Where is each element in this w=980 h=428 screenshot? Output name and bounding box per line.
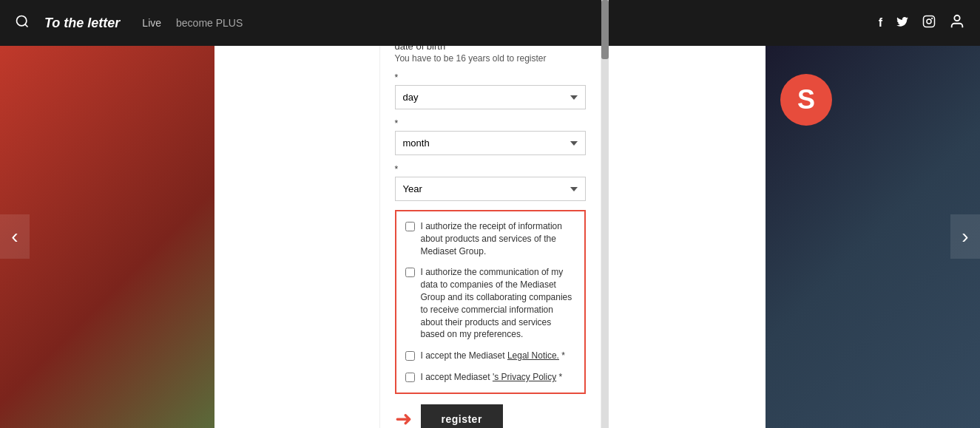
site-header: To the letter Live become PLUS f — [0, 0, 980, 46]
consent3-label: I accept the Mediaset Legal Notice. * — [421, 350, 565, 362]
user-icon[interactable] — [949, 13, 965, 33]
year-required: * — [395, 164, 586, 174]
instagram-icon[interactable] — [922, 15, 936, 32]
consent-item-1: I authorize the receipt of information a… — [405, 220, 575, 257]
month-field: * month JanuaryFebruaryMarch AprilMayJun… — [395, 118, 586, 155]
consent-item-4: I accept Mediaset 's Privacy Policy * — [405, 371, 575, 384]
consent1-label: I authorize the receipt of information a… — [421, 220, 575, 257]
background-left — [0, 46, 214, 428]
arrow-right-icon: ➜ — [395, 407, 412, 428]
dob-sublabel: You have to be 16 years old to register — [395, 53, 586, 64]
svg-point-3 — [927, 19, 931, 24]
nav-plus[interactable]: become PLUS — [176, 17, 243, 29]
svg-point-5 — [954, 15, 959, 20]
consent1-checkbox[interactable] — [405, 222, 415, 231]
register-wrap: ➜ register — [395, 404, 586, 428]
consent2-label: I authorize the communication of my data… — [421, 266, 575, 341]
s-badge: S — [780, 74, 832, 126]
header-right: f — [879, 13, 965, 33]
main-nav: Live become PLUS — [142, 17, 243, 29]
year-field: * Year 200720062005 200019951990 1985198… — [395, 164, 586, 201]
register-button[interactable]: register — [421, 404, 503, 428]
day-field: * day 1234 5678 9101112 13141516 1718192… — [395, 72, 586, 109]
scrollbar-thumb[interactable] — [601, 0, 609, 59]
legal-notice-link[interactable]: Legal Notice. — [507, 350, 559, 361]
svg-point-0 — [17, 16, 27, 25]
prev-arrow[interactable]: ‹ — [0, 214, 30, 259]
consent4-label: I accept Mediaset 's Privacy Policy * — [421, 371, 563, 384]
consent-item-2: I authorize the communication of my data… — [405, 266, 575, 341]
svg-line-1 — [25, 24, 28, 27]
year-select[interactable]: Year 200720062005 200019951990 198519801… — [395, 177, 586, 201]
month-required: * — [395, 118, 586, 129]
scrollbar-track[interactable] — [601, 0, 609, 428]
consent4-checkbox[interactable] — [405, 373, 415, 382]
site-logo[interactable]: To the letter — [44, 16, 120, 31]
consent3-checkbox[interactable] — [405, 351, 415, 361]
facebook-icon[interactable]: f — [879, 16, 882, 30]
svg-point-4 — [931, 17, 933, 18]
form-section: gender Male Female Other date of birth Y… — [395, 0, 586, 428]
privacy-policy-link[interactable]: 's Privacy Policy — [493, 372, 556, 382]
consents-box: I authorize the receipt of information a… — [395, 210, 586, 394]
month-select[interactable]: month JanuaryFebruaryMarch AprilMayJune … — [395, 131, 586, 155]
header-left: To the letter Live become PLUS — [15, 14, 243, 33]
svg-rect-2 — [924, 16, 935, 27]
background-left-image — [0, 46, 214, 428]
consent2-checkbox[interactable] — [405, 268, 415, 277]
search-icon[interactable] — [15, 14, 30, 33]
next-arrow[interactable]: › — [950, 214, 980, 259]
consent-item-3: I accept the Mediaset Legal Notice. * — [405, 350, 575, 362]
day-required: * — [395, 72, 586, 83]
nav-live[interactable]: Live — [142, 17, 161, 29]
day-select[interactable]: day 1234 5678 9101112 13141516 17181920 … — [395, 85, 586, 109]
twitter-icon[interactable] — [896, 15, 909, 32]
registration-panel: gender Male Female Other date of birth Y… — [379, 0, 601, 428]
